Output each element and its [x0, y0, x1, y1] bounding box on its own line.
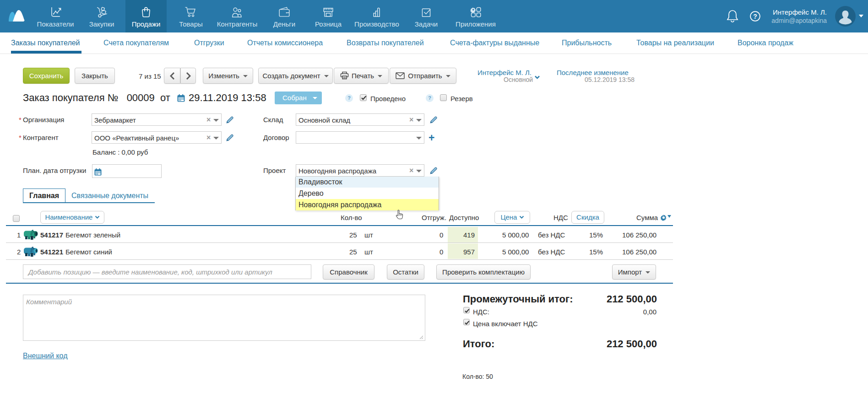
- svg-text:?: ?: [753, 13, 757, 20]
